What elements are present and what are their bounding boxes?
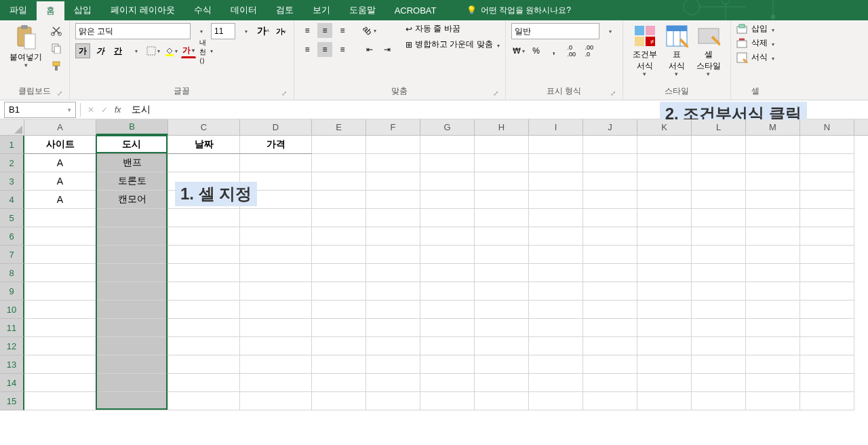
cell-K15[interactable] [637, 392, 692, 410]
namebox-dropdown-icon[interactable]: ▾ [68, 107, 71, 113]
cell-H10[interactable] [475, 301, 529, 319]
cell-L7[interactable] [692, 246, 746, 264]
cell-A12[interactable] [24, 337, 96, 355]
cell-C5[interactable] [168, 209, 240, 227]
decrease-indent-button[interactable]: ⇤ [362, 42, 377, 57]
cell-styles-button[interactable]: 셀 스타일 [692, 23, 725, 79]
cell-K5[interactable] [637, 209, 692, 227]
cell-E2[interactable] [312, 154, 366, 172]
col-header-I[interactable]: I [529, 119, 583, 135]
cell-G8[interactable] [420, 264, 475, 282]
increase-font-button[interactable]: 가^ [256, 24, 271, 39]
cell-F11[interactable] [366, 319, 420, 337]
format-as-table-button[interactable]: 표 서식 [661, 23, 692, 79]
cell-A1[interactable]: 사이트 [24, 136, 96, 154]
cell-B10[interactable] [96, 301, 168, 319]
row-header-13[interactable]: 13 [0, 355, 24, 374]
cell-M4[interactable] [746, 191, 800, 209]
cell-D4[interactable] [240, 191, 312, 209]
align-top-button[interactable]: ≡ [300, 23, 315, 38]
insert-function-button[interactable]: fx [115, 105, 121, 115]
cell-F3[interactable] [366, 172, 420, 191]
cell-D10[interactable] [240, 301, 312, 319]
cell-L4[interactable] [692, 191, 746, 209]
cell-C14[interactable] [168, 374, 240, 392]
cell-D6[interactable] [240, 227, 312, 246]
cell-L5[interactable] [692, 209, 746, 227]
cell-I8[interactable] [529, 264, 583, 282]
align-launcher[interactable]: ⤢ [493, 90, 498, 97]
cell-J14[interactable] [583, 374, 637, 392]
col-header-D[interactable]: D [240, 119, 312, 135]
cell-J15[interactable] [583, 392, 637, 410]
cell-C13[interactable] [168, 355, 240, 374]
cell-C10[interactable] [168, 301, 240, 319]
cell-K8[interactable] [637, 264, 692, 282]
row-header-8[interactable]: 8 [0, 264, 24, 282]
cell-C6[interactable] [168, 227, 240, 246]
cell-H4[interactable] [475, 191, 529, 209]
paste-button[interactable]: 붙여넣기 [5, 23, 46, 70]
font-color-button[interactable]: 가 [181, 43, 196, 58]
cell-A10[interactable] [24, 301, 96, 319]
menu-tab-수식[interactable]: 수식 [184, 0, 221, 20]
cell-F5[interactable] [366, 209, 420, 227]
cell-B4[interactable]: 캔모어 [96, 191, 168, 209]
cell-B1[interactable]: 도시 [96, 136, 168, 154]
merge-dropdown[interactable] [496, 40, 500, 50]
cell-M6[interactable] [746, 227, 800, 246]
cell-D8[interactable] [240, 264, 312, 282]
name-box[interactable]: ▾ [4, 102, 76, 118]
enter-formula-button[interactable]: ✓ [101, 105, 108, 115]
cell-J9[interactable] [583, 282, 637, 301]
row-header-1[interactable]: 1 [0, 136, 24, 154]
align-middle-button[interactable]: ≡ [317, 23, 332, 38]
cell-E13[interactable] [312, 355, 366, 374]
cell-F9[interactable] [366, 282, 420, 301]
cell-M13[interactable] [746, 355, 800, 374]
cells-area[interactable]: 사이트도시날짜가격A밴프A토론토A캔모어도시 [24, 136, 854, 410]
row-header-15[interactable]: 15 [0, 392, 24, 410]
cell-K6[interactable] [637, 227, 692, 246]
col-header-G[interactable]: G [420, 119, 475, 135]
cell-H15[interactable] [475, 392, 529, 410]
cell-A15[interactable] [24, 392, 96, 410]
menu-tab-데이터[interactable]: 데이터 [221, 0, 267, 20]
cell-N8[interactable] [800, 264, 854, 282]
orientation-button[interactable]: ab [362, 23, 377, 38]
cell-A9[interactable] [24, 282, 96, 301]
align-center-button[interactable]: ≡ [317, 42, 332, 57]
align-left-button[interactable]: ≡ [300, 42, 315, 57]
cell-C2[interactable] [168, 154, 240, 172]
cell-K1[interactable] [637, 136, 692, 154]
col-header-M[interactable]: M [746, 119, 800, 135]
menu-tab-ACROBAT[interactable]: ACROBAT [385, 0, 446, 20]
cell-A4[interactable]: A [24, 191, 96, 209]
cell-B15[interactable] [96, 392, 168, 410]
align-bottom-button[interactable]: ≡ [335, 23, 350, 38]
cell-F15[interactable] [366, 392, 420, 410]
menu-tab-도움말[interactable]: 도움말 [340, 0, 385, 20]
cell-C7[interactable] [168, 246, 240, 264]
cell-E6[interactable] [312, 227, 366, 246]
cell-K9[interactable] [637, 282, 692, 301]
cell-N4[interactable] [800, 191, 854, 209]
cell-F12[interactable] [366, 337, 420, 355]
cell-M8[interactable] [746, 264, 800, 282]
col-header-C[interactable]: C [168, 119, 240, 135]
cell-J8[interactable] [583, 264, 637, 282]
cell-K4[interactable] [637, 191, 692, 209]
cell-H7[interactable] [475, 246, 529, 264]
cell-J13[interactable] [583, 355, 637, 374]
cell-G4[interactable] [420, 191, 475, 209]
cell-D5[interactable] [240, 209, 312, 227]
cell-M15[interactable] [746, 392, 800, 410]
col-header-N[interactable]: N [800, 119, 854, 135]
cell-E10[interactable] [312, 301, 366, 319]
cell-I6[interactable] [529, 227, 583, 246]
cell-M9[interactable] [746, 282, 800, 301]
cell-K11[interactable] [637, 319, 692, 337]
cell-F10[interactable] [366, 301, 420, 319]
cell-M14[interactable] [746, 374, 800, 392]
cell-E3[interactable] [312, 172, 366, 191]
